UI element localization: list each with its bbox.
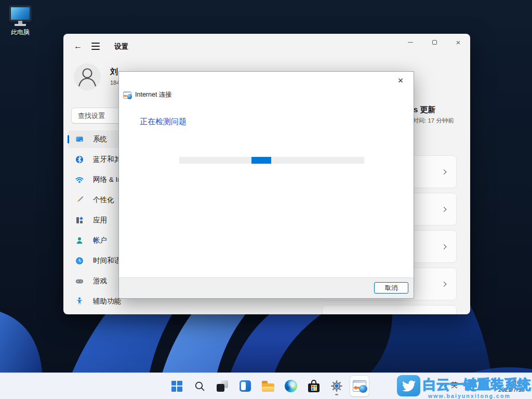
widgets-icon [240,380,251,392]
clock-time: 9:12 [498,378,525,387]
gear-icon [330,380,343,392]
chevron-right-icon [442,244,447,249]
progress-bar [179,157,364,164]
sidebar-item-apps[interactable]: 应用 [68,211,124,229]
screen: 此电脑 ← 设置 × 刘 184 系统 [0,0,532,399]
avatar[interactable] [74,63,101,90]
folder-icon [262,381,274,392]
search-icon [194,381,205,392]
wifi-icon [75,176,84,184]
monitor-icon [5,6,35,26]
minimize-icon [408,42,413,43]
store-icon [308,380,320,392]
chevron-right-icon [442,282,447,287]
progress-bar-indicator [251,157,271,164]
sidebar-item-system[interactable]: 系统 [68,130,124,148]
cancel-button[interactable]: 取消 [374,282,408,294]
sidebar-item-time-language[interactable]: 时间和语 [68,252,124,270]
task-view-icon [217,380,228,392]
gamepad-icon [75,277,84,285]
store-button[interactable] [304,376,323,396]
maximize-button[interactable] [422,34,446,50]
profile-name: 刘 [110,67,118,77]
window-controls: × [398,34,470,50]
troubleshooter-icon [353,380,366,392]
dialog-status-text: 正在检测问题 [140,117,187,127]
hamburger-icon[interactable] [91,43,100,50]
sidebar-item-label: 应用 [93,216,107,225]
brush-icon [75,196,84,204]
search-button[interactable] [190,376,209,396]
sidebar-item-label: 网络 & In [93,175,122,184]
bluetooth-icon [75,155,84,164]
file-explorer-button[interactable] [259,376,277,396]
start-button[interactable] [167,376,186,396]
sidebar-item-label: 帐户 [93,236,107,245]
close-icon: × [456,38,461,46]
this-pc-label: 此电脑 [5,28,35,37]
chevron-right-icon [442,169,447,175]
system-icon [75,135,84,143]
edge-button[interactable] [282,376,300,396]
dialog-title: Internet 连接 [135,90,172,99]
troubleshooter-dialog: × Internet 连接 正在检测问题 取消 [118,71,414,299]
back-button[interactable]: ← [72,40,84,52]
clock-date: 2021/7/16 [498,386,525,394]
person-icon [74,63,101,90]
sidebar-item-personalization[interactable]: 个性化 [68,191,124,209]
settings-card[interactable] [322,305,457,314]
apps-icon [75,216,84,224]
taskbar: 英 9:12 2021/7/16 [0,373,532,399]
sidebar-item-bluetooth[interactable]: 蓝牙和其 [68,151,124,168]
troubleshooter-button[interactable] [350,376,369,396]
last-checked-text: 时间: 17 分钟前 [413,117,454,125]
sidebar-item-label: 时间和语 [93,256,121,265]
volume-icon[interactable] [477,382,485,390]
sidebar-item-label: 个性化 [93,195,114,205]
close-button[interactable]: × [446,34,470,50]
taskbar-center-icons [167,376,369,396]
troubleshooter-icon [123,91,131,99]
edge-icon [285,380,297,392]
sidebar-item-accounts[interactable]: 帐户 [68,232,124,249]
chevron-right-icon [442,207,447,212]
sidebar-item-accessibility[interactable]: 辅助功能 [68,292,124,310]
dialog-footer: 取消 [119,277,414,298]
sidebar-item-label: 游戏 [93,276,107,286]
accessibility-icon [75,297,84,305]
sidebar-item-label: 辅助功能 [93,297,121,306]
settings-title: 设置 [114,42,128,51]
minimize-button[interactable] [398,34,422,50]
settings-sidebar: 系统 蓝牙和其 网络 & In 个性化 [68,130,124,310]
dialog-close-button[interactable]: × [394,74,407,87]
account-icon [75,236,84,245]
clock-icon [75,257,84,265]
task-view-button[interactable] [213,376,232,396]
settings-button[interactable] [327,376,346,396]
windows-logo-icon [171,381,182,392]
sidebar-item-network[interactable]: 网络 & In [68,171,124,189]
maximize-icon [432,40,437,45]
sidebar-item-label: 蓝牙和其 [93,155,121,164]
windows-update-title: s 更新 [414,105,436,115]
hidden-icons-chevron[interactable] [442,383,447,389]
this-pc-desktop-icon[interactable]: 此电脑 [5,6,35,37]
widgets-button[interactable] [236,376,255,396]
sidebar-item-gaming[interactable]: 游戏 [68,272,124,290]
clock[interactable]: 9:12 2021/7/16 [498,378,525,394]
network-icon[interactable] [466,382,473,390]
ime-indicator[interactable]: 英 [451,380,458,390]
sidebar-item-label: 系统 [93,135,107,144]
